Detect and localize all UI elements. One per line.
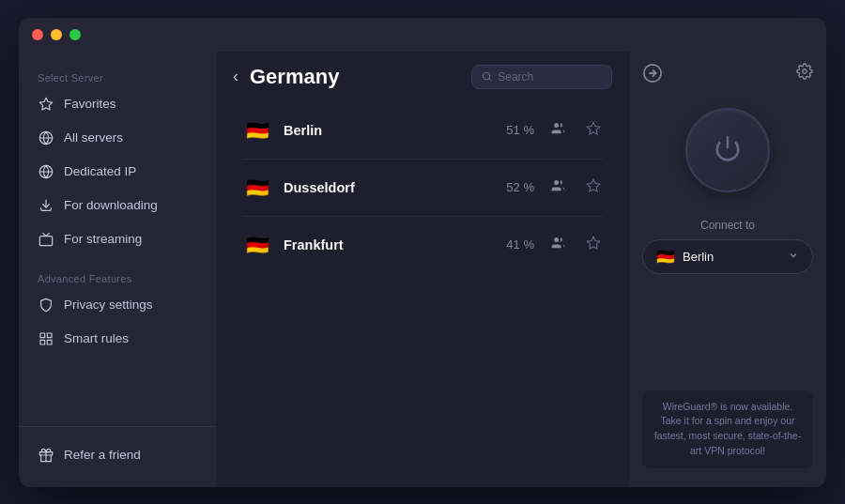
maximize-button[interactable] (69, 29, 81, 40)
server-list: 🇩🇪 Berlin 51 % 🇩🇪 Dusseldorf 52 % (216, 99, 629, 487)
server-load: 41 % (506, 237, 534, 252)
main-header: ‹ Germany (216, 52, 629, 99)
search-box[interactable] (471, 65, 612, 89)
for-streaming-label: For streaming (64, 232, 142, 246)
server-row[interactable]: 🇩🇪 Frankfurt 41 % (231, 217, 614, 273)
favorite-button-berlin[interactable] (584, 119, 603, 141)
globe-icon (38, 130, 54, 146)
all-servers-label: All servers (64, 130, 123, 145)
app-window: Select Server Favorites All servers Dedi… (19, 18, 826, 487)
server-load: 52 % (506, 180, 534, 194)
wireguard-banner: WireGuard® is now available. Take it for… (642, 390, 813, 468)
svg-point-13 (483, 72, 490, 80)
svg-marker-18 (587, 179, 599, 191)
server-load: 51 % (506, 123, 534, 137)
svg-point-19 (554, 237, 559, 242)
users-icon (551, 178, 565, 196)
favorite-button-frankfurt[interactable] (584, 234, 603, 255)
sidebar-item-all-servers[interactable]: All servers (19, 121, 216, 155)
content-area: Select Server Favorites All servers Dedi… (19, 52, 826, 487)
connect-city-label: Berlin (683, 250, 780, 264)
server-name: Berlin (284, 123, 495, 138)
svg-rect-10 (47, 340, 52, 344)
favorite-button-dusseldorf[interactable] (584, 176, 603, 198)
svg-point-23 (803, 69, 807, 73)
connect-to-label: Connect to (700, 219, 755, 232)
sidebar-item-for-downloading[interactable]: For downloading (19, 189, 216, 222)
select-server-label: Select Server (19, 67, 216, 87)
svg-marker-0 (39, 98, 52, 110)
close-button[interactable] (32, 29, 43, 40)
svg-rect-8 (47, 333, 52, 338)
advanced-features-label: Advanced Features (19, 267, 216, 288)
sidebar-item-dedicated-ip[interactable]: Dedicated IP (19, 155, 216, 189)
for-downloading-label: For downloading (64, 198, 158, 212)
svg-marker-20 (587, 237, 599, 249)
flag-germany-frankfurt: 🇩🇪 (242, 230, 272, 260)
sidebar-item-privacy-settings[interactable]: Privacy settings (19, 288, 216, 322)
svg-marker-16 (587, 122, 599, 134)
flag-germany-dusseldorf: 🇩🇪 (242, 173, 272, 203)
sidebar-item-favorites[interactable]: Favorites (19, 87, 216, 121)
main-panel: ‹ Germany 🇩🇪 Berlin 51 % (216, 52, 629, 487)
dedicated-ip-icon (38, 163, 54, 180)
page-title: Germany (250, 65, 460, 89)
users-icon (551, 236, 565, 253)
chevron-down-icon (788, 248, 799, 265)
title-bar (19, 18, 826, 52)
search-icon (482, 70, 492, 83)
svg-point-17 (554, 180, 559, 185)
gift-icon (38, 447, 54, 464)
users-icon (551, 121, 565, 139)
server-row[interactable]: 🇩🇪 Berlin 51 % (231, 102, 614, 159)
back-button[interactable]: ‹ (233, 67, 238, 86)
connect-city-dropdown[interactable]: 🇩🇪 Berlin (642, 239, 813, 274)
dedicated-ip-label: Dedicated IP (64, 164, 136, 178)
minimize-button[interactable] (51, 29, 62, 40)
shield-icon (38, 297, 54, 313)
server-name: Frankfurt (284, 237, 495, 252)
svg-rect-7 (40, 333, 45, 338)
sidebar-item-refer-friend[interactable]: Refer a friend (19, 438, 216, 472)
settings-button[interactable] (796, 63, 813, 83)
flag-germany-berlin: 🇩🇪 (242, 115, 272, 145)
power-icon (714, 134, 742, 166)
sidebar-item-smart-rules[interactable]: Smart rules (19, 322, 216, 356)
right-panel: Connect to 🇩🇪 Berlin WireGuard® is now a… (629, 52, 826, 487)
svg-rect-6 (39, 236, 52, 245)
svg-point-15 (554, 123, 559, 128)
power-button[interactable] (685, 108, 770, 192)
server-name: Dusseldorf (284, 180, 495, 195)
svg-line-14 (489, 79, 491, 81)
download-icon (38, 197, 54, 214)
connect-flag: 🇩🇪 (656, 248, 675, 266)
server-row[interactable]: 🇩🇪 Dusseldorf 52 % (231, 160, 614, 216)
sidebar-bottom: Refer a friend (19, 426, 216, 472)
star-icon (38, 96, 54, 113)
forward-button[interactable] (642, 63, 663, 86)
svg-rect-9 (40, 340, 45, 344)
search-input[interactable] (498, 70, 602, 84)
sidebar-item-for-streaming[interactable]: For streaming (19, 222, 216, 256)
sidebar: Select Server Favorites All servers Dedi… (19, 52, 216, 487)
smart-rules-label: Smart rules (64, 331, 129, 345)
grid-icon (38, 330, 54, 347)
refer-friend-label: Refer a friend (64, 448, 141, 462)
privacy-settings-label: Privacy settings (64, 298, 153, 312)
favorites-label: Favorites (64, 97, 116, 111)
streaming-icon (38, 231, 54, 248)
